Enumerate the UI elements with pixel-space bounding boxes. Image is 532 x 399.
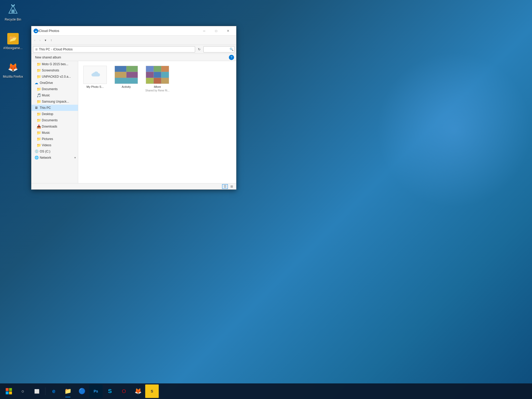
recycle-bin-icon[interactable]: ♻ Recycle Bin — [1, 3, 25, 22]
file-subtitle-imore: Shared by Rene Ri... — [145, 89, 170, 92]
file-name-my-photo-stream: My Photo S... — [87, 85, 104, 89]
drive-icon: 💿 — [35, 149, 39, 154]
svg-rect-9 — [9, 391, 12, 394]
xbox-game-icon[interactable]: 📂 #Xboxgame... — [1, 31, 25, 51]
shell-button[interactable]: 🔵 — [75, 384, 89, 398]
cloud-svg — [89, 70, 102, 80]
sidebar-item-music-od[interactable]: 🎵 Music — [31, 92, 78, 98]
imore-cell-2 — [154, 66, 161, 72]
sidebar-item-label: Downloads — [42, 125, 57, 128]
firefox-taskbar-button[interactable]: 🦊 — [131, 384, 145, 398]
sidebar-item-label: Samsung Unpack... — [42, 100, 69, 103]
photo-cell-4 — [127, 72, 138, 78]
photo-cell-3 — [115, 72, 126, 78]
new-shared-album-button[interactable]: New shared album — [34, 55, 63, 60]
taskbar-separator — [45, 387, 45, 395]
sidebar-item-documents-pc[interactable]: 📁 Documents — [31, 117, 78, 123]
skype-button[interactable]: S — [103, 384, 117, 398]
up-button[interactable]: ↑ — [49, 37, 54, 44]
svg-rect-8 — [6, 391, 9, 394]
close-button[interactable]: ✕ — [222, 26, 234, 36]
desktop-background-effect — [376, 52, 532, 208]
firefox-image: 🦊 — [6, 61, 19, 74]
taskbar: ○ ⬜ e 📁 🔵 Ps S O 🦊 S — [0, 383, 532, 399]
file-thumbnail-activity — [115, 66, 138, 84]
sidebar-item-unpacked[interactable]: 📁 UNPACKED v2.0.a... — [31, 74, 78, 80]
svg-rect-7 — [9, 388, 12, 391]
photo-cell-2 — [127, 66, 138, 72]
task-view-button[interactable]: ⬜ — [30, 384, 44, 398]
address-bar: 🖥 This PC › iCloud Photos ↻ 🔍 — [31, 45, 236, 54]
network-icon: 🌐 — [35, 156, 39, 160]
refresh-button[interactable]: ↻ — [196, 46, 202, 53]
sidebar-item-label: Screenshots — [42, 69, 59, 72]
sidebar-item-music-pc[interactable]: 📁 Music — [31, 130, 78, 136]
svg-rect-6 — [6, 388, 9, 391]
address-path[interactable]: 🖥 This PC › iCloud Photos — [33, 46, 195, 52]
list-view-button[interactable]: ☰ — [222, 184, 228, 189]
maximize-button[interactable]: □ — [210, 26, 222, 36]
sidebar-item-onedrive[interactable]: ☁ OneDrive — [31, 80, 78, 86]
thumbnail-view-button[interactable]: ⊞ — [229, 184, 235, 189]
firefox-desktop-icon[interactable]: 🦊 Mozilla Firefox — [1, 60, 25, 79]
minimize-button[interactable]: ─ — [198, 26, 210, 36]
file-item-activity[interactable]: Activity — [112, 64, 141, 94]
imore-cell-5 — [154, 72, 161, 78]
address-pc-icon: 🖥 — [35, 48, 38, 51]
sidebar-item-screenshots[interactable]: 📁 Screenshots — [31, 67, 78, 74]
recycle-bin-svg: ♻ — [7, 4, 19, 16]
sidebar-item-label: Documents — [42, 87, 58, 91]
sidebar-item-label: This PC — [40, 106, 51, 110]
opera-button[interactable]: O — [117, 384, 131, 398]
sidebar-item-label: Music — [42, 94, 50, 97]
xbox-label: #Xboxgame... — [3, 46, 23, 50]
back-button[interactable]: ‹ — [32, 37, 37, 44]
nav-toolbar: ‹ › ▾ ↑ — [31, 36, 236, 45]
sidebar-item-this-pc[interactable]: 🖥 This PC — [31, 105, 78, 111]
folder-icon: 📁 — [37, 75, 41, 79]
photo-cell-5 — [115, 78, 138, 84]
folder-icon: 📁 — [37, 87, 41, 91]
forward-button[interactable]: › — [38, 37, 42, 44]
sidebar-item-samsung[interactable]: 📁 Samsung Unpack... — [31, 98, 78, 105]
file-thumbnail-imore — [146, 66, 169, 84]
pc-icon: 🖥 — [35, 106, 39, 110]
folder-icon: 📁 — [37, 118, 41, 122]
sidebar-item-pictures[interactable]: 📁 Pictures — [31, 136, 78, 142]
file-item-imore[interactable]: iMore Shared by Rene Ri... — [143, 64, 172, 94]
file-explorer-button[interactable]: 📁 — [61, 384, 75, 398]
sidebar-item-documents-od[interactable]: 📁 Documents — [31, 86, 78, 92]
sidebar-item-desktop[interactable]: 📁 Desktop — [31, 111, 78, 117]
sidebar-item-label: OS (C:) — [40, 150, 50, 153]
sidebar-item-downloads[interactable]: 📥 Downloads — [31, 123, 78, 130]
search-icon: 🔍 — [230, 48, 234, 51]
xbox-image: 📂 — [6, 32, 19, 45]
sidebar-item-moto-g[interactable]: 📁 Moto G 2015 bes... — [31, 61, 78, 67]
network-expand-icon[interactable]: ▾ — [74, 156, 76, 159]
edge-button[interactable]: e — [47, 384, 61, 398]
sidebar-item-label: Network — [40, 156, 51, 159]
sidebar-item-network[interactable]: 🌐 Network ▾ — [31, 155, 78, 161]
icloud-photos-window: ☁ iCloud Photos ─ □ ✕ ‹ › ▾ ↑ 🖥 This PC … — [31, 26, 236, 190]
sidebar-item-label: UNPACKED v2.0.a... — [42, 75, 71, 78]
recent-locations-button[interactable]: ▾ — [43, 37, 48, 44]
sidebar-item-videos[interactable]: 📁 Videos — [31, 142, 78, 148]
sidebar-item-os-c[interactable]: 💿 OS (C:) — [31, 148, 78, 155]
music-icon: 🎵 — [37, 93, 41, 97]
help-button[interactable]: ? — [229, 55, 234, 60]
onedrive-icon: ☁ — [35, 81, 39, 85]
start-button[interactable] — [2, 384, 16, 398]
ribbon-bar: New shared album ? — [31, 54, 236, 61]
search-button[interactable]: ○ — [16, 384, 30, 398]
recycle-bin-label: Recycle Bin — [5, 18, 21, 21]
file-item-my-photo-stream[interactable]: My Photo S... — [81, 64, 109, 94]
firefox-label: Mozilla Firefox — [3, 75, 23, 78]
search-wrapper: 🔍 — [203, 46, 235, 52]
address-this-pc: This PC — [39, 48, 50, 51]
s-app-button[interactable]: S — [145, 384, 159, 398]
sidebar-item-label: Desktop — [42, 112, 53, 116]
window-title: iCloud Photos — [38, 29, 198, 33]
svg-text:♻: ♻ — [11, 4, 15, 8]
photoshop-button[interactable]: Ps — [89, 384, 103, 398]
activity-photo-grid — [115, 66, 138, 84]
